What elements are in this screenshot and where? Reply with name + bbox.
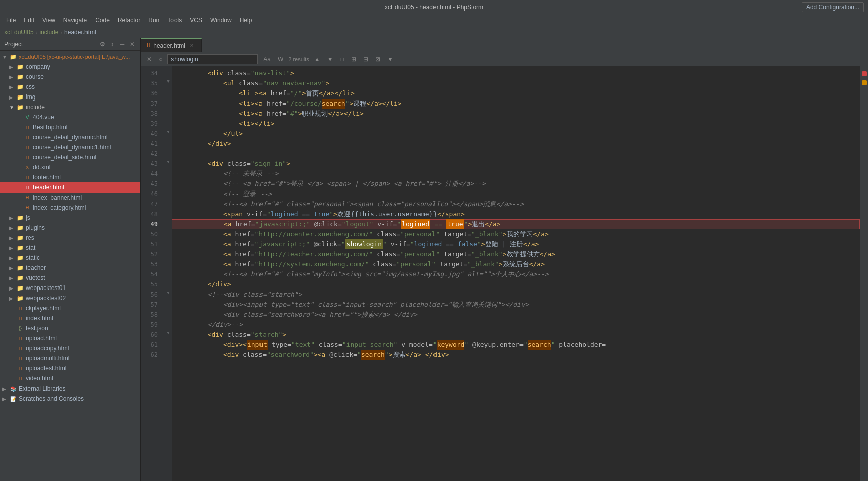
tree-item-index-banner[interactable]: H index_banner.html xyxy=(0,193,140,203)
tree-item-ddxml[interactable]: X dd.xml xyxy=(0,162,140,172)
code-line-51[interactable]: <a href="javascript:;" @click="showlogin… xyxy=(172,239,860,249)
code-line-37[interactable]: <li><a href="/course/search">课程</a></li> xyxy=(172,99,860,109)
menu-help[interactable]: Help xyxy=(236,16,256,25)
code-line-40[interactable]: </ul> xyxy=(172,129,860,139)
search-filter-button[interactable]: ▼ xyxy=(385,55,395,64)
code-line-57[interactable]: <div><input type="text" class="input-sea… xyxy=(172,300,860,310)
tree-item-video[interactable]: H video.html xyxy=(0,373,140,383)
code-line-61[interactable]: <div><input type="text" class="input-sea… xyxy=(172,340,860,350)
sidebar-expand-icon[interactable]: ↕ xyxy=(108,40,116,48)
fold-42[interactable] xyxy=(165,147,172,157)
code-content[interactable]: <div class="nav-list"> <ul class="nav na… xyxy=(172,66,860,481)
search-case-button[interactable]: Aa xyxy=(261,55,273,64)
tree-item-static[interactable]: ▶ 📁 static xyxy=(0,253,140,263)
fold-49[interactable] xyxy=(165,217,172,227)
fold-37[interactable] xyxy=(165,97,172,107)
fold-54[interactable] xyxy=(165,267,172,277)
fold-35[interactable]: ▼ xyxy=(165,76,172,86)
menu-edit[interactable]: Edit xyxy=(20,16,38,25)
tree-item-testjson[interactable]: {} test.json xyxy=(0,323,140,333)
tree-item-besttop[interactable]: H BestTop.html xyxy=(0,122,140,132)
file-tab-header[interactable]: H header.html ✕ xyxy=(141,38,202,52)
fold-45[interactable] xyxy=(165,177,172,187)
tree-item-include[interactable]: ▼ 📁 include xyxy=(0,102,140,112)
code-line-62[interactable]: <div class="searchword"><a @click="searc… xyxy=(172,350,860,360)
code-line-42[interactable] xyxy=(172,149,860,159)
fold-60[interactable]: ▼ xyxy=(165,328,172,338)
code-line-49[interactable]: <a href="javascript:;" @click="logout" v… xyxy=(172,219,860,229)
tree-item-root[interactable]: ▼ 📁 xcEduUI05 [xc-ui-pc-static-portal] E… xyxy=(0,52,140,62)
menu-window[interactable]: Window xyxy=(206,16,236,25)
search-down-button[interactable]: ▼ xyxy=(325,55,335,64)
tree-item-course[interactable]: ▶ 📁 course xyxy=(0,72,140,82)
tree-item-uploadcopy[interactable]: H uploadcopy.html xyxy=(0,343,140,353)
menu-file[interactable]: File xyxy=(2,16,20,25)
tree-item-course-detail-dyn[interactable]: H course_detail_dynamic.html xyxy=(0,132,140,142)
tree-item-upload[interactable]: H upload.html xyxy=(0,333,140,343)
code-line-53[interactable]: <a href="http://system.xuecheng.com/" cl… xyxy=(172,259,860,269)
tree-item-ckplayer[interactable]: H ckplayer.html xyxy=(0,303,140,313)
menu-navigate[interactable]: Navigate xyxy=(59,16,91,25)
breadcrumb-file[interactable]: header.html xyxy=(64,29,96,36)
tree-item-company[interactable]: ▶ 📁 company xyxy=(0,62,140,72)
menu-refactor[interactable]: Refactor xyxy=(114,16,144,25)
code-line-60[interactable]: <div class="starch"> xyxy=(172,330,860,340)
code-line-41[interactable]: </div> xyxy=(172,139,860,149)
code-line-48[interactable]: <span v-if="logined == true">欢迎{{this.us… xyxy=(172,209,860,219)
tree-item-index-category[interactable]: H index_category.html xyxy=(0,203,140,213)
fold-51[interactable] xyxy=(165,237,172,247)
fold-47[interactable] xyxy=(165,197,172,207)
menu-tools[interactable]: Tools xyxy=(163,16,186,25)
code-line-38[interactable]: <li><a href="#">职业规划</a></li> xyxy=(172,109,860,119)
tree-item-footer[interactable]: H footer.html xyxy=(0,172,140,182)
tree-item-indexhtml[interactable]: H index.html xyxy=(0,313,140,323)
code-line-45[interactable]: <!-- <a href="#">登录 </a> <span> | </span… xyxy=(172,179,860,189)
code-line-58[interactable]: <div class="searchword"><a href="">搜索</a… xyxy=(172,310,860,320)
tree-item-vuetest[interactable]: ▶ 📁 vuetest xyxy=(0,273,140,283)
menu-code[interactable]: Code xyxy=(91,16,114,25)
tree-item-teacher[interactable]: ▶ 📁 teacher xyxy=(0,263,140,273)
fold-34[interactable] xyxy=(165,66,172,76)
fold-48[interactable] xyxy=(165,207,172,217)
code-line-44[interactable]: <!-- 未登录 --> xyxy=(172,169,860,179)
tree-item-course-detail-dyn1[interactable]: H course_detail_dynamic1.html xyxy=(0,142,140,152)
search-nav-prev-button[interactable]: ○ xyxy=(157,55,164,64)
fold-57[interactable] xyxy=(165,298,172,308)
tree-item-uploadmulti[interactable]: H uploadmulti.html xyxy=(0,353,140,363)
tree-item-course-detail-side[interactable]: H course_detail_side.html xyxy=(0,152,140,162)
fold-50[interactable] xyxy=(165,227,172,237)
tree-item-webpacktest01[interactable]: ▶ 📁 webpacktest01 xyxy=(0,283,140,293)
fold-59[interactable] xyxy=(165,318,172,328)
breadcrumb-include[interactable]: include xyxy=(39,29,58,36)
breadcrumb-root[interactable]: xcEduUI05 xyxy=(4,29,34,36)
code-line-35[interactable]: <ul class="nav navbar-nav"> xyxy=(172,78,860,88)
menu-vcs[interactable]: VCS xyxy=(186,16,206,25)
tree-item-js[interactable]: ▶ 📁 js xyxy=(0,213,140,223)
search-highlight-button[interactable]: □ xyxy=(338,55,346,64)
search-input[interactable] xyxy=(167,54,258,64)
search-word-button[interactable]: W xyxy=(276,55,285,64)
sidebar-collapse-icon[interactable]: ─ xyxy=(118,40,126,48)
add-configuration-button[interactable]: Add Configuration... xyxy=(802,2,864,12)
fold-55[interactable] xyxy=(165,277,172,287)
fold-58[interactable] xyxy=(165,308,172,318)
tree-item-scratches[interactable]: ▶ 📝 Scratches and Consoles xyxy=(0,394,140,404)
code-line-43[interactable]: <div class="sign-in"> xyxy=(172,159,860,169)
fold-53[interactable] xyxy=(165,257,172,267)
fold-41[interactable] xyxy=(165,137,172,147)
code-line-52[interactable]: <a href="http://teacher.xuecheng.com/" c… xyxy=(172,249,860,259)
tree-item-plugins[interactable]: ▶ 📁 plugins xyxy=(0,223,140,233)
tree-item-webpacktest02[interactable]: ▶ 📁 webpacktest02 xyxy=(0,293,140,303)
fold-39[interactable] xyxy=(165,117,172,127)
search-close-button[interactable]: ✕ xyxy=(145,55,154,64)
tree-item-img[interactable]: ▶ 📁 img xyxy=(0,92,140,102)
code-line-39[interactable]: <li></li> xyxy=(172,119,860,129)
tab-close-button[interactable]: ✕ xyxy=(188,42,195,49)
fold-62[interactable] xyxy=(165,348,172,358)
fold-36[interactable] xyxy=(165,86,172,97)
fold-44[interactable] xyxy=(165,167,172,177)
code-line-56[interactable]: <!--<div class="starch"> xyxy=(172,290,860,300)
fold-52[interactable] xyxy=(165,247,172,257)
code-line-50[interactable]: <a href="http://ucenter.xuecheng.com/" c… xyxy=(172,229,860,239)
code-line-59[interactable]: </div>--> xyxy=(172,320,860,330)
